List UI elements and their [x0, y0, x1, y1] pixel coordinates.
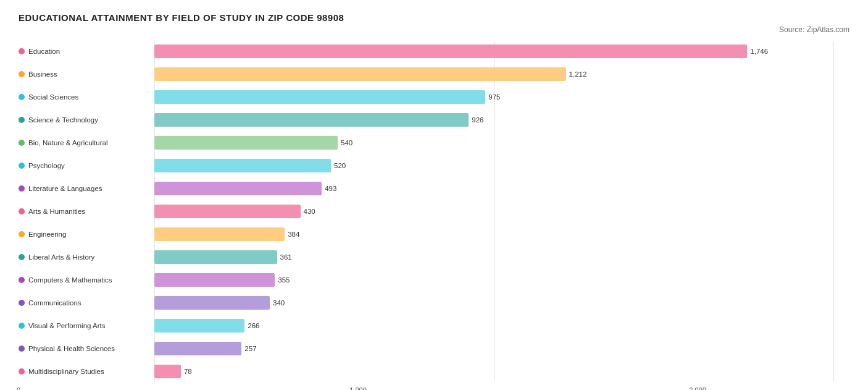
bar-dot: [19, 277, 25, 283]
bar-label: Liberal Arts & History: [19, 253, 154, 261]
bar-container: 540: [154, 136, 849, 150]
bar-row: Multidisciplinary Studies78: [19, 362, 849, 381]
bar-dot: [19, 71, 25, 77]
bar-label-text: Engineering: [28, 231, 66, 238]
bar-container: 975: [154, 90, 849, 104]
bar-dot: [19, 185, 25, 192]
bar-fill: 430: [154, 205, 301, 218]
bar-value-label: 340: [273, 299, 285, 307]
bar-row: Social Sciences975: [19, 87, 849, 107]
bar-label-text: Communications: [28, 299, 81, 307]
bar-dot: [19, 323, 25, 329]
bar-dot: [19, 300, 25, 306]
x-axis: 01,0002,000: [19, 386, 849, 390]
source-label: Source: ZipAtlas.com: [19, 25, 849, 34]
bar-container: 520: [154, 159, 849, 172]
bar-container: 257: [154, 342, 849, 355]
bar-label: Computers & Mathematics: [19, 276, 154, 284]
bar-label-text: Education: [28, 48, 60, 55]
bar-label-text: Psychology: [28, 162, 65, 169]
bar-label: Communications: [19, 299, 154, 307]
bar-container: 1,746: [154, 45, 849, 58]
bar-row: Business1,212: [19, 64, 849, 84]
bar-dot: [19, 254, 25, 260]
bar-value-label: 540: [341, 139, 353, 146]
bar-fill: 520: [154, 159, 331, 172]
bar-row: Liberal Arts & History361: [19, 247, 849, 267]
bar-label-text: Multidisciplinary Studies: [28, 368, 104, 375]
bar-value-label: 1,212: [569, 70, 587, 78]
bar-fill: 340: [154, 296, 270, 310]
bar-container: 430: [154, 205, 849, 218]
bar-value-label: 520: [334, 162, 346, 169]
bar-fill: 361: [154, 250, 277, 264]
bar-dot: [19, 345, 25, 352]
bar-row: Visual & Performing Arts266: [19, 316, 849, 336]
bar-label: Engineering: [19, 231, 154, 238]
bar-row: Communications340: [19, 293, 849, 313]
bar-container: 926: [154, 113, 849, 127]
bar-row: Physical & Health Sciences257: [19, 339, 849, 358]
bars-container: Education1,746Business1,212Social Scienc…: [19, 41, 849, 381]
bar-label-text: Bio, Nature & Agricultural: [28, 139, 107, 146]
bar-label: Social Sciences: [19, 93, 154, 101]
bar-value-label: 355: [278, 276, 290, 284]
bar-fill: 266: [154, 319, 244, 333]
bar-container: 384: [154, 227, 849, 241]
bar-dot: [19, 94, 25, 100]
bar-label: Multidisciplinary Studies: [19, 368, 154, 375]
bar-label-text: Liberal Arts & History: [28, 253, 94, 261]
bar-dot: [19, 231, 25, 237]
bar-value-label: 384: [288, 231, 299, 238]
bar-label-text: Visual & Performing Arts: [28, 322, 105, 329]
bar-value-label: 257: [244, 345, 256, 352]
bar-container: 78: [154, 365, 849, 378]
bar-value-label: 361: [280, 253, 292, 261]
bar-dot: [19, 117, 25, 123]
bar-fill: 926: [154, 113, 469, 127]
bar-container: 340: [154, 296, 849, 310]
bar-value-label: 266: [248, 322, 259, 329]
x-tick: 2,000: [685, 386, 710, 390]
chart-title: EDUCATIONAL ATTAINMENT BY FIELD OF STUDY…: [19, 12, 849, 23]
bar-value-label: 1,746: [750, 48, 768, 55]
bar-dot: [19, 368, 25, 375]
bar-label-text: Literature & Languages: [28, 185, 102, 192]
bar-label-text: Physical & Health Sciences: [28, 345, 115, 352]
bar-fill: 355: [154, 273, 275, 287]
bar-container: 493: [154, 182, 849, 195]
bar-container: 266: [154, 319, 849, 333]
bar-label: Physical & Health Sciences: [19, 345, 154, 352]
bar-value-label: 78: [184, 368, 192, 375]
bar-dot: [19, 140, 25, 146]
bar-label: Literature & Languages: [19, 185, 154, 192]
bar-fill: 257: [154, 342, 241, 355]
bar-label: Psychology: [19, 162, 154, 169]
bar-label-text: Computers & Mathematics: [28, 276, 112, 284]
bar-value-label: 926: [472, 116, 483, 124]
bar-container: 1,212: [154, 67, 849, 81]
bar-label-text: Arts & Humanities: [28, 208, 85, 215]
bar-row: Education1,746: [19, 41, 849, 61]
bar-fill: 1,746: [154, 45, 747, 58]
bar-label: Visual & Performing Arts: [19, 322, 154, 329]
chart-wrapper: Education1,746Business1,212Social Scienc…: [19, 41, 849, 390]
bar-container: 355: [154, 273, 849, 287]
bar-dot: [19, 208, 25, 214]
bar-container: 361: [154, 250, 849, 264]
x-tick: 1,000: [346, 386, 370, 390]
bar-label-text: Business: [28, 70, 57, 78]
bar-row: Arts & Humanities430: [19, 201, 849, 221]
bar-row: Psychology520: [19, 156, 849, 176]
bar-fill: 384: [154, 227, 285, 241]
bar-fill: 540: [154, 136, 338, 150]
bar-label: Arts & Humanities: [19, 208, 154, 215]
bar-label: Science & Technology: [19, 116, 154, 124]
bar-row: Engineering384: [19, 224, 849, 244]
bar-fill: 493: [154, 182, 322, 195]
bar-dot: [19, 163, 25, 169]
bar-dot: [19, 48, 25, 54]
bar-row: Literature & Languages493: [19, 179, 849, 198]
bar-value-label: 430: [304, 208, 315, 215]
bar-label: Bio, Nature & Agricultural: [19, 139, 154, 146]
